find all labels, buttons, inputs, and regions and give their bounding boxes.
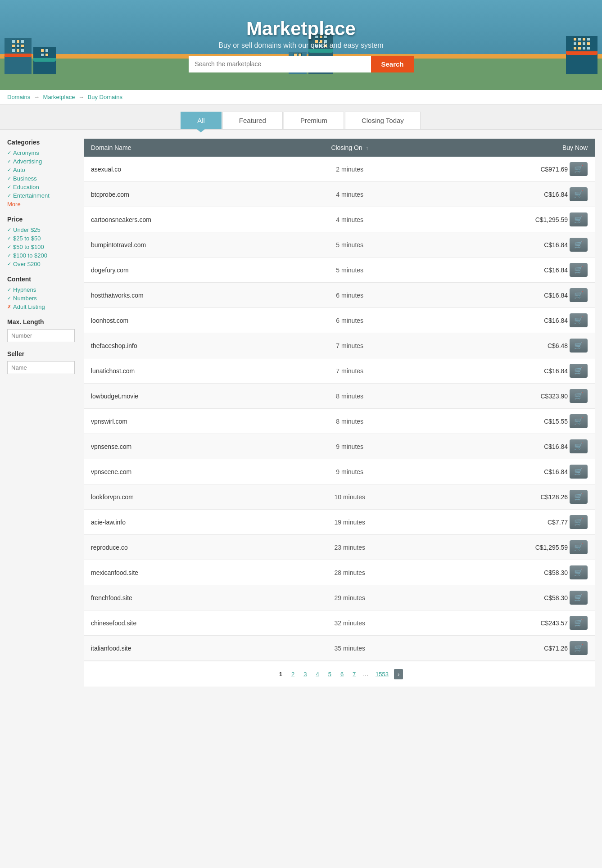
table-header-row: Domain Name Closing On ↑ Buy Now [84,139,595,157]
add-to-cart-button[interactable]: 🛒 [570,414,588,428]
add-to-cart-button[interactable]: 🛒 [570,540,588,554]
tab-all[interactable]: All [181,112,222,129]
pagination: 1 2 3 4 5 6 7 ... 1553 › [84,661,595,687]
sidebar-price: Price ✓ Under $25 ✓ $25 to $50 ✓ $50 to … [7,216,75,267]
page-2[interactable]: 2 [288,669,298,679]
sidebar-item-100to200[interactable]: ✓ $100 to $200 [7,252,75,259]
breadcrumb: Domains → Marketplace → Buy Domains [0,90,602,104]
check-icon: ✓ [7,150,11,156]
closing-cell: 5 minutes [281,258,418,283]
sidebar-item-business[interactable]: ✓ Business [7,175,75,182]
page-1[interactable]: 1 [276,669,286,679]
add-to-cart-button[interactable]: 🛒 [570,313,588,327]
breadcrumb-marketplace[interactable]: Marketplace [43,94,75,100]
closing-cell: 5 minutes [281,232,418,258]
add-to-cart-button[interactable]: 🛒 [570,565,588,579]
table-row: lowbudget.movie 8 minutes C$323.90 🛒 [84,384,595,409]
add-to-cart-button[interactable]: 🛒 [570,490,588,504]
domain-table: Domain Name Closing On ↑ Buy Now asexual… [84,139,595,661]
add-to-cart-button[interactable]: 🛒 [570,263,588,277]
add-to-cart-button[interactable]: 🛒 [570,465,588,479]
domain-cell: lowbudget.movie [84,384,281,409]
sidebar-item-acronyms[interactable]: ✓ Acronyms [7,149,75,156]
page-total[interactable]: 1553 [372,669,392,679]
tab-closing-today[interactable]: Closing Today [345,112,421,129]
price-cell: C$16.84 🛒 [418,283,595,308]
sidebar-item-hyphens[interactable]: ✓ Hyphens [7,286,75,293]
tab-featured[interactable]: Featured [222,112,283,129]
domain-cell: vpnswirl.com [84,409,281,434]
page-4[interactable]: 4 [312,669,322,679]
check-icon: ✓ [7,167,11,173]
tab-premium[interactable]: Premium [284,112,344,129]
add-to-cart-button[interactable]: 🛒 [570,616,588,630]
col-buy-now: Buy Now [418,139,595,157]
price-cell: C$16.84 🛒 [418,358,595,384]
price-cell: C$16.84 🛒 [418,308,595,333]
table-row: mexicanfood.site 28 minutes C$58.30 🛒 [84,560,595,585]
price-cell: C$971.69 🛒 [418,157,595,182]
breadcrumb-domains[interactable]: Domains [7,94,30,100]
max-length-input[interactable] [7,329,75,342]
search-button[interactable]: Search [371,56,413,72]
add-to-cart-button[interactable]: 🛒 [570,515,588,529]
breadcrumb-buy-domains[interactable]: Buy Domains [88,94,122,100]
sidebar-item-numbers[interactable]: ✓ Numbers [7,295,75,302]
sidebar-item-entertainment[interactable]: ✓ Entertainment [7,192,75,199]
sidebar-item-50to100[interactable]: ✓ $50 to $100 [7,244,75,250]
categories-more[interactable]: More [7,201,75,208]
closing-cell: 8 minutes [281,409,418,434]
sidebar-item-adult[interactable]: ✗ Adult Listing [7,303,75,310]
sidebar-item-25to50[interactable]: ✓ $25 to $50 [7,235,75,242]
seller-input[interactable] [7,361,75,374]
add-to-cart-button[interactable]: 🛒 [570,439,588,453]
add-to-cart-button[interactable]: 🛒 [570,339,588,353]
sidebar-item-under25[interactable]: ✓ Under $25 [7,226,75,233]
domain-cell: asexual.co [84,157,281,182]
table-row: italianfood.site 35 minutes C$71.26 🛒 [84,636,595,661]
domain-cell: italianfood.site [84,636,281,661]
sidebar-item-advertising[interactable]: ✓ Advertising [7,158,75,165]
domain-cell: cartoonsneakers.com [84,207,281,232]
check-icon: ✓ [7,193,11,199]
domain-cell: btcprobe.com [84,182,281,207]
check-icon: ✓ [7,235,11,241]
domain-cell: hostthatworks.com [84,283,281,308]
add-to-cart-button[interactable]: 🛒 [570,212,588,226]
add-to-cart-button[interactable]: 🛒 [570,591,588,605]
page-7[interactable]: 7 [349,669,359,679]
sidebar-item-education[interactable]: ✓ Education [7,184,75,190]
sidebar-item-auto[interactable]: ✓ Auto [7,167,75,173]
table-row: frenchfood.site 29 minutes C$58.30 🛒 [84,585,595,610]
page-5[interactable]: 5 [325,669,335,679]
add-to-cart-button[interactable]: 🛒 [570,389,588,403]
check-icon: ✓ [7,158,11,164]
domain-cell: thefaceshop.info [84,333,281,358]
add-to-cart-button[interactable]: 🛒 [570,641,588,655]
domain-cell: lunatichost.com [84,358,281,384]
table-row: vpnsense.com 9 minutes C$16.84 🛒 [84,434,595,459]
page-3[interactable]: 3 [300,669,310,679]
check-icon: ✓ [7,176,11,181]
price-cell: C$1,295.59 🛒 [418,535,595,560]
col-closing-on[interactable]: Closing On ↑ [281,139,418,157]
add-to-cart-button[interactable]: 🛒 [570,288,588,302]
pagination-next[interactable]: › [394,669,403,679]
table-row: cartoonsneakers.com 4 minutes C$1,295.59… [84,207,595,232]
page-6[interactable]: 6 [337,669,347,679]
check-icon: ✓ [7,253,11,258]
domain-cell: mexicanfood.site [84,560,281,585]
add-to-cart-button[interactable]: 🛒 [570,187,588,201]
add-to-cart-button[interactable]: 🛒 [570,364,588,378]
price-cell: C$58.30 🛒 [418,585,595,610]
search-input[interactable] [189,56,371,72]
hero-banner: Marketplace Buy or sell domains with our… [0,0,602,90]
add-to-cart-button[interactable]: 🛒 [570,162,588,176]
add-to-cart-button[interactable]: 🛒 [570,238,588,252]
table-row: lookforvpn.com 10 minutes C$128.26 🛒 [84,484,595,510]
closing-cell: 29 minutes [281,585,418,610]
check-icon: ✓ [7,184,11,190]
sidebar-item-over200[interactable]: ✓ Over $200 [7,261,75,267]
breadcrumb-arrow-2: → [78,94,86,100]
col-domain-name[interactable]: Domain Name [84,139,281,157]
